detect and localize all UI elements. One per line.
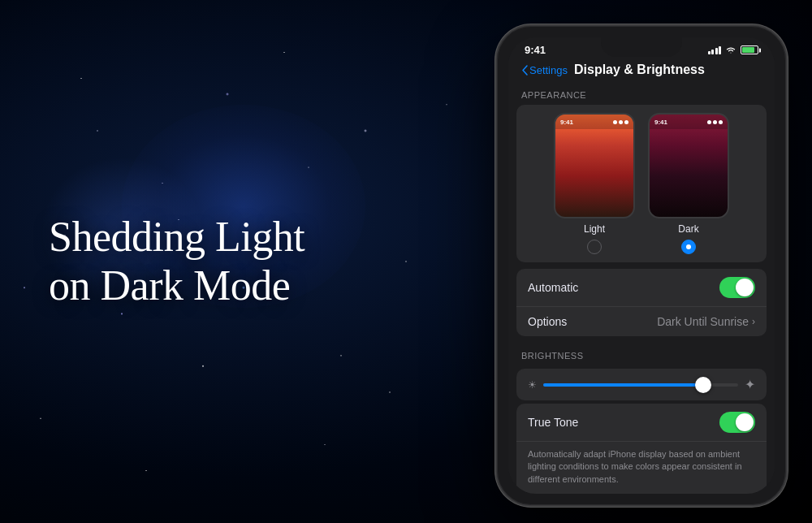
options-label: Options [528,315,567,328]
signal-icon [708,46,722,54]
light-radio[interactable] [587,240,602,254]
light-preview-time: 9:41 [560,119,573,126]
light-label: Light [584,223,605,235]
automatic-label: Automatic [528,281,578,294]
brightness-row: ☀ ✦ [528,377,755,392]
brightness-thumb [695,377,711,393]
brightness-header: BRIGHTNESS [508,343,775,365]
chevron-left-icon [521,65,528,76]
appearance-light-option[interactable]: 9:41 Light [554,113,635,254]
battery-icon [741,45,758,54]
true-tone-toggle-thumb [736,413,754,431]
options-value: Dark Until Sunrise [657,315,749,328]
dark-label: Dark [678,223,698,235]
back-button[interactable]: Settings [521,64,568,76]
phone-wrapper: 9:41 [495,24,788,507]
appearance-header: APPEARANCE [508,82,775,105]
options-value-container: Dark Until Sunrise › [657,315,755,328]
chevron-right-icon: › [752,316,755,327]
toggle-thumb [736,279,754,296]
appearance-section: 9:41 Light [516,105,767,262]
back-label: Settings [529,64,568,76]
automatic-row: Automatic [516,269,767,307]
hero-line2: on Dark Mode [49,262,290,309]
dark-preview: 9:41 [648,113,729,218]
light-preview: 9:41 [554,113,635,218]
automatic-group: Automatic Options Dark Until Sunrise › [516,269,767,336]
dark-preview-time: 9:41 [654,119,667,126]
battery-fill [742,47,754,53]
notch [601,37,682,57]
brightness-section: ☀ ✦ [516,369,767,400]
options-row[interactable]: Options Dark Until Sunrise › [516,307,767,336]
dark-radio[interactable] [681,240,696,254]
brightness-fill [543,383,699,387]
brightness-slider[interactable] [543,383,738,387]
hero-line1: Shedding Light [49,214,304,260]
phone-screen: 9:41 [508,37,775,494]
true-tone-section: True Tone Automatically adapt iPhone dis… [516,404,767,494]
brightness-high-icon: ✦ [745,377,755,392]
hero-text: Shedding Light on Dark Mode [49,213,304,310]
automatic-toggle[interactable] [719,277,755,298]
settings-content: APPEARANCE 9:41 [508,82,775,494]
true-tone-label: True Tone [528,416,578,429]
status-icons [708,45,759,54]
nav-bar: Settings Display & Brightness [508,59,775,82]
nav-title: Display & Brightness [574,63,705,77]
status-time: 9:41 [525,44,546,56]
appearance-options: 9:41 Light [525,113,758,254]
true-tone-row: True Tone [516,404,767,442]
true-tone-toggle[interactable] [719,412,755,433]
wifi-icon [725,46,736,54]
true-tone-description: Automatically adapt iPhone display based… [516,442,767,494]
appearance-dark-option[interactable]: 9:41 Dark [648,113,729,254]
phone-frame: 9:41 [495,24,788,507]
brightness-low-icon: ☀ [528,379,537,391]
